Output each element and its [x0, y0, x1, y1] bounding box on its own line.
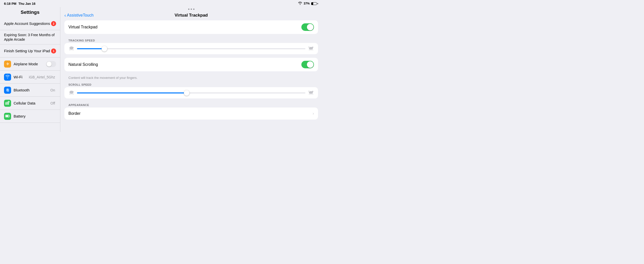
sidebar: Settings Apple Account Suggestions 2 Exp… [0, 7, 60, 132]
content-header: ‹ AssistiveTouch Virtual Trackpad [60, 10, 322, 20]
bluetooth-label: Bluetooth [14, 88, 50, 92]
svg-point-9 [72, 47, 74, 48]
cellular-label: Cellular Data [14, 101, 51, 105]
sidebar-item-cellular[interactable]: Cellular Data Off [0, 97, 60, 110]
tracking-speed-label: TRACKING SPEED [64, 37, 318, 43]
battery-icon [311, 2, 318, 5]
turtle-slow-icon [68, 45, 74, 52]
border-row[interactable]: Border › [64, 108, 318, 120]
sidebar-item-finish-setup[interactable]: Finish Setting Up Your iPad 1 [0, 44, 60, 58]
tracking-speed-thumb[interactable] [102, 46, 107, 51]
airplane-icon: ✈ [6, 62, 9, 66]
svg-line-16 [309, 49, 309, 50]
svg-line-24 [72, 94, 72, 94]
virtual-trackpad-card: Virtual Trackpad [64, 20, 318, 34]
sidebar-item-bluetooth[interactable]: ⎘ Bluetooth On [0, 84, 60, 97]
tracking-speed-track[interactable] [77, 48, 305, 49]
airplane-mode-icon-box: ✈ [4, 61, 11, 68]
wifi-icon [298, 2, 302, 6]
date: Thu Jan 16 [18, 2, 35, 6]
virtual-trackpad-label: Virtual Trackpad [68, 25, 301, 29]
border-chevron-icon: › [313, 111, 314, 116]
back-chevron-icon: ‹ [64, 13, 66, 18]
svg-line-18 [311, 49, 312, 50]
battery-menu-icon [5, 114, 10, 119]
scroll-speed-fill [77, 92, 187, 93]
svg-line-22 [69, 93, 70, 94]
content-scroll: Virtual Trackpad TRACKING SPEED [60, 20, 322, 132]
page-title: Virtual Trackpad [175, 13, 208, 18]
appearance-label: APPEARANCE [64, 102, 318, 108]
dot-1 [188, 9, 189, 10]
svg-line-19 [312, 49, 313, 50]
svg-rect-0 [6, 102, 6, 105]
natural-scrolling-caption: Content will track the movement of your … [64, 75, 318, 82]
time: 6:18 PM [4, 2, 16, 6]
battery-label: Battery [14, 114, 56, 118]
svg-line-25 [73, 93, 73, 94]
sidebar-item-apple-arcade-label: Expiring Soon: 3 Free Months of Apple Ar… [4, 33, 56, 42]
svg-line-23 [71, 94, 71, 94]
back-button[interactable]: ‹ AssistiveTouch [64, 13, 94, 18]
wifi-detail: iGB_Airtel_5Ghz [29, 75, 55, 79]
sidebar-item-wifi[interactable]: Wi-Fi iGB_Airtel_5Ghz [0, 71, 60, 84]
svg-line-31 [312, 93, 313, 94]
content-area: ‹ AssistiveTouch Virtual Trackpad Virtua… [60, 7, 322, 132]
svg-line-12 [72, 49, 72, 50]
sidebar-title: Settings [0, 7, 60, 17]
wifi-menu-icon [5, 75, 10, 79]
svg-rect-7 [6, 115, 8, 117]
cellular-icon [5, 100, 10, 106]
three-dots-bar [60, 7, 322, 10]
tracking-speed-row [64, 43, 318, 54]
tracking-speed-section: TRACKING SPEED [64, 37, 318, 54]
rabbit-fast-scroll-icon [308, 90, 314, 96]
cellular-icon-box [4, 100, 11, 107]
wifi-label: Wi-Fi [14, 75, 29, 79]
battery-percent: 37% [304, 2, 310, 5]
bluetooth-detail: On [50, 88, 55, 92]
bluetooth-icon-box: ⎘ [4, 87, 11, 94]
toggle-knob-ns [307, 61, 313, 68]
rabbit-fast-icon [308, 45, 314, 52]
scroll-speed-section: SCROLL SPEED [64, 82, 318, 98]
svg-line-11 [71, 49, 71, 50]
natural-scrolling-toggle[interactable] [301, 61, 314, 68]
svg-point-21 [72, 91, 74, 92]
natural-scrolling-row: Natural Scrolling [64, 58, 318, 71]
airplane-mode-toggle[interactable] [46, 61, 56, 67]
back-label: AssistiveTouch [67, 13, 94, 18]
scroll-speed-row [64, 87, 318, 98]
bluetooth-icon: ⎘ [7, 88, 9, 92]
appearance-card: Border › [64, 108, 318, 120]
sidebar-item-battery[interactable]: Battery [0, 110, 60, 123]
toggle-knob-vt [307, 24, 313, 30]
sidebar-item-apple-arcade[interactable]: Expiring Soon: 3 Free Months of Apple Ar… [0, 30, 60, 44]
badge-finish-setup: 1 [51, 48, 56, 54]
sidebar-item-airplane-mode[interactable]: ✈ Airplane Mode [0, 58, 60, 71]
scroll-speed-card [64, 87, 318, 98]
svg-line-13 [73, 49, 73, 50]
scroll-speed-track[interactable] [77, 92, 305, 93]
airplane-mode-label: Airplane Mode [14, 62, 46, 66]
natural-scrolling-card: Natural Scrolling [64, 58, 318, 71]
main-layout: Settings Apple Account Suggestions 2 Exp… [0, 7, 322, 132]
scroll-speed-thumb[interactable] [184, 90, 189, 96]
sidebar-item-apple-account[interactable]: Apple Account Suggestions 2 [0, 17, 60, 30]
toggle-knob [47, 62, 52, 67]
wifi-icon-box [4, 74, 11, 81]
status-bar: 6:18 PM Thu Jan 16 37% [0, 0, 322, 7]
status-right: 37% [298, 2, 318, 6]
virtual-trackpad-row: Virtual Trackpad [64, 20, 318, 34]
dot-3 [193, 9, 194, 10]
turtle-slow-scroll-icon [68, 90, 74, 96]
svg-rect-1 [7, 102, 8, 105]
tracking-speed-card [64, 43, 318, 54]
svg-line-30 [311, 94, 312, 94]
virtual-trackpad-toggle[interactable] [301, 23, 314, 31]
svg-point-15 [312, 47, 313, 48]
border-label: Border [68, 111, 313, 116]
battery-menu-icon-box [4, 113, 11, 120]
svg-line-10 [69, 49, 70, 50]
badge-apple-account: 2 [51, 21, 56, 26]
